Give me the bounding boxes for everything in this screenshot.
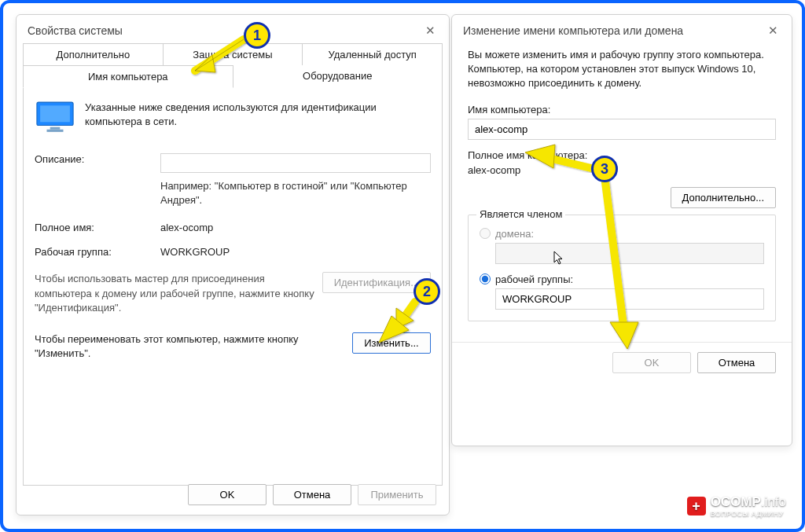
tab-computer-name[interactable]: Имя компьютера — [23, 65, 233, 88]
description-label: Описание: — [35, 153, 160, 165]
domain-radio[interactable] — [480, 228, 491, 239]
svg-rect-2 — [50, 127, 61, 130]
watermark-brand: OCOMP — [711, 494, 761, 509]
system-properties-dialog: Свойства системы ✕ Дополнительно Защита … — [16, 14, 450, 515]
annotation-badge-3: 3 — [591, 156, 618, 182]
more-button[interactable]: Дополнительно... — [671, 187, 776, 208]
fullname-label: Полное имя: — [35, 222, 160, 233]
domain-radio-label: домена: — [495, 228, 534, 240]
tabstrip: Дополнительно Защита системы Удаленный д… — [17, 43, 449, 88]
change-button[interactable]: Изменить... — [352, 332, 431, 354]
change-help-text: Чтобы переименовать этот компьютер, нажм… — [35, 332, 344, 361]
member-of-legend: Является членом — [476, 208, 565, 220]
ok-button[interactable]: OK — [612, 352, 691, 373]
ok-button[interactable]: OK — [188, 484, 266, 505]
titlebar: Изменение имени компьютера или домена ✕ — [452, 15, 792, 43]
close-icon[interactable]: ✕ — [422, 23, 438, 39]
fullname-value: alex-ocomp — [160, 222, 431, 233]
tab-system-protection[interactable]: Защита системы — [164, 43, 303, 65]
dialog-title: Изменение имени компьютера или домена — [463, 24, 683, 37]
workgroup-label: Рабочая группа: — [35, 246, 160, 258]
cancel-button[interactable]: Отмена — [273, 484, 351, 505]
svg-rect-1 — [40, 105, 70, 122]
tab-panel-computer-name: Указанные ниже сведения используются для… — [23, 88, 443, 486]
tab-advanced[interactable]: Дополнительно — [23, 43, 164, 65]
computer-name-input[interactable] — [468, 119, 776, 140]
full-computer-name-value: alex-ocomp — [468, 164, 776, 176]
tab-remote[interactable]: Удаленный доступ — [303, 43, 443, 65]
annotation-badge-2: 2 — [414, 278, 440, 305]
description-hint: Например: "Компьютер в гостиной" или "Ко… — [160, 179, 431, 207]
full-computer-name-label: Полное имя компьютера: — [468, 149, 776, 161]
close-icon[interactable]: ✕ — [765, 23, 781, 39]
dialog-footer: OK Отмена Применить — [188, 484, 436, 505]
dialog-footer: OK Отмена — [452, 342, 792, 386]
apply-button[interactable]: Применить — [358, 484, 436, 505]
description-input[interactable] — [160, 153, 431, 173]
workgroup-radio-label: рабочей группы: — [495, 273, 573, 285]
domain-input — [495, 243, 764, 264]
cancel-button[interactable]: Отмена — [697, 352, 776, 373]
identification-help-text: Чтобы использовать мастер для присоедине… — [35, 272, 314, 315]
tab-hardware[interactable]: Оборудование — [233, 65, 443, 88]
watermark-plus-icon: + — [687, 497, 706, 515]
monitor-icon — [35, 101, 75, 136]
watermark-sub: ВОПРОСЫ АДМИНУ — [711, 510, 786, 518]
domain-radio-row[interactable]: домена: — [480, 228, 764, 240]
annotation-badge-1: 1 — [244, 22, 270, 49]
workgroup-value: WORKGROUP — [160, 246, 431, 258]
computer-name-change-dialog: Изменение имени компьютера или домена ✕ … — [451, 14, 792, 446]
computer-name-label: Имя компьютера: — [468, 104, 776, 116]
member-of-fieldset: Является членом домена: рабочей группы: — [468, 215, 776, 321]
cursor-icon — [553, 251, 564, 267]
intro-paragraph: Вы можете изменить имя и рабочую группу … — [468, 48, 776, 91]
svg-rect-3 — [47, 130, 64, 132]
watermark: + OCOMP.info ВОПРОСЫ АДМИНУ — [687, 494, 786, 518]
workgroup-input[interactable] — [495, 288, 764, 310]
intro-text: Указанные ниже сведения используются для… — [85, 101, 431, 129]
workgroup-radio[interactable] — [480, 273, 491, 284]
titlebar: Свойства системы ✕ — [17, 15, 449, 43]
workgroup-radio-row[interactable]: рабочей группы: — [480, 273, 764, 285]
dialog-title: Свойства системы — [28, 24, 123, 37]
watermark-suffix: .info — [761, 494, 786, 509]
